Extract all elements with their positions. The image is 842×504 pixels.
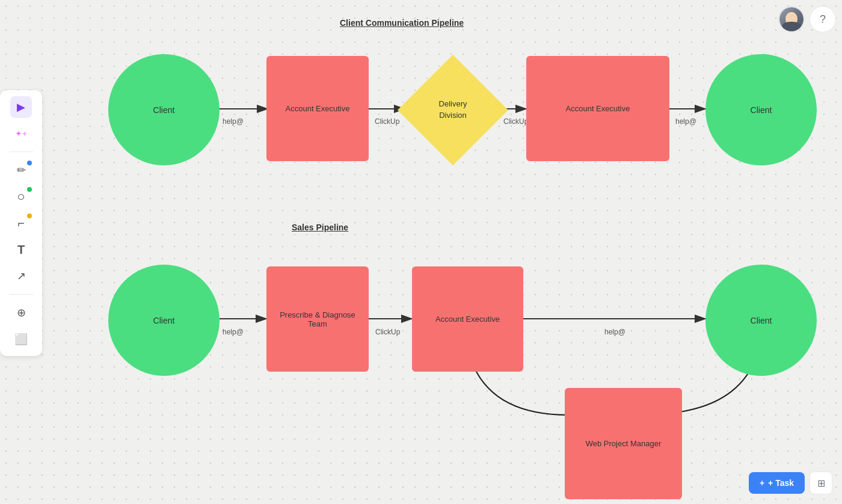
- pipeline1-ae1[interactable]: Account Executive: [266, 56, 369, 161]
- sidebar-divider-1: [9, 152, 33, 152]
- arrow-icon[interactable]: ↗: [10, 265, 32, 287]
- circle-dot: [27, 187, 32, 192]
- task-label: + Task: [768, 478, 794, 488]
- pipeline1-delivery-division[interactable]: DeliveryDivision: [405, 54, 501, 165]
- edge-label-clickup1: ClickUp: [375, 117, 399, 126]
- pipeline1-title: Client Communication Pipeline: [340, 18, 464, 28]
- edge-label-clickup2: ClickUp: [503, 117, 528, 126]
- pipeline2-pdt[interactable]: Prescribe & Diagnose Team: [266, 266, 369, 372]
- pipeline1-client2[interactable]: Client: [705, 54, 817, 165]
- bottom-right-area: + + Task ⊞: [749, 472, 832, 494]
- edge-label-help3: help@: [223, 328, 244, 336]
- note-icon[interactable]: ⌐: [10, 212, 32, 234]
- circle-icon[interactable]: ○: [10, 186, 32, 207]
- play-icon[interactable]: ▶: [10, 96, 32, 118]
- help-button[interactable]: ?: [810, 6, 836, 32]
- edge-label-clickup3: ClickUp: [375, 328, 400, 336]
- note-dot: [27, 214, 32, 218]
- edge-label-help4: help@: [604, 328, 625, 336]
- edge-label-help2: help@: [675, 117, 696, 126]
- pen-dot: [27, 161, 32, 165]
- globe-icon[interactable]: ⊕: [10, 302, 32, 324]
- pipeline2-ae[interactable]: Account Executive: [412, 266, 523, 372]
- diamond-label: DeliveryDivision: [439, 99, 467, 120]
- pipeline2-client2[interactable]: Client: [705, 265, 817, 376]
- sidebar-divider-2: [9, 294, 33, 295]
- edge-label-help1: help@: [223, 117, 244, 126]
- grid-view-button[interactable]: ⊞: [810, 472, 832, 494]
- pipeline1-client1[interactable]: Client: [108, 54, 220, 165]
- top-right-area: ?: [778, 6, 836, 32]
- user-avatar[interactable]: [778, 6, 805, 32]
- help-icon: ?: [820, 13, 826, 26]
- task-plus-icon: +: [760, 478, 764, 488]
- avatar-image: [779, 7, 804, 31]
- pipeline1-ae2[interactable]: Account Executive: [526, 56, 669, 161]
- grid-icon: ⊞: [817, 478, 825, 489]
- canvas-area: Client Communication Pipeline Client hel…: [45, 0, 842, 504]
- left-sidebar: ▶ ✦+ ✏ ○ ⌐ T ↗ ⊕ ⬜: [0, 90, 42, 356]
- sparkle-icon[interactable]: ✦+: [10, 123, 32, 144]
- pipeline2-client1[interactable]: Client: [108, 265, 220, 376]
- pipeline2-title: Sales Pipeline: [292, 223, 348, 232]
- pen-icon[interactable]: ✏: [10, 159, 32, 181]
- pipeline2-wpm[interactable]: Web Project Manager: [565, 388, 682, 499]
- text-icon[interactable]: T: [10, 239, 32, 260]
- image-icon[interactable]: ⬜: [10, 328, 32, 350]
- add-task-button[interactable]: + + Task: [749, 472, 805, 494]
